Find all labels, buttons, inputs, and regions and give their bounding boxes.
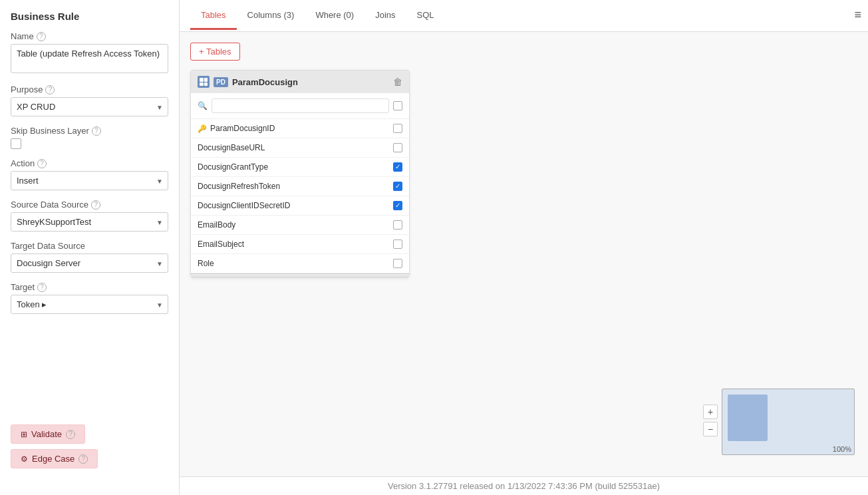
edge-case-help-icon[interactable]: ? — [78, 454, 88, 464]
card-body: 🔑ParamDocusignIDDocusignBaseURLDocusignG… — [191, 119, 409, 273]
target-select-wrapper: Token ▸ ▼ — [11, 295, 168, 314]
purpose-select-wrapper: XP CRUD ▼ — [11, 97, 168, 116]
table-field-row[interactable]: EmailSubject — [191, 235, 409, 254]
table-field-row[interactable]: 🔑ParamDocusignID — [191, 119, 409, 138]
edge-case-icon: ⚙ — [21, 454, 28, 464]
action-select-wrapper: Insert ▼ — [11, 171, 168, 190]
skip-business-layer-label: Skip Business Layer ? — [11, 126, 168, 136]
search-icon: 🔍 — [198, 101, 208, 110]
left-panel: Business Rule Name ? Table (update Refre… — [0, 0, 180, 495]
skip-business-layer-row — [11, 138, 168, 149]
zoom-in-button[interactable]: + — [703, 405, 718, 419]
action-help-icon[interactable]: ? — [37, 159, 47, 168]
panel-title: Business Rule — [11, 11, 168, 22]
tab-sql[interactable]: SQL — [406, 2, 445, 30]
source-data-source-wrapper: ShreyKSupportTest ▼ — [11, 212, 168, 232]
table-field-row[interactable]: DocusignRefreshToken — [191, 177, 409, 196]
name-label: Name ? — [11, 31, 168, 41]
content-area: + Tables PD ParamDocusign 🗑 — [180, 32, 868, 495]
source-help-icon[interactable]: ? — [91, 200, 100, 210]
field-checkbox[interactable] — [393, 124, 402, 133]
name-input[interactable]: Table (update Refresh Access Token) — [11, 44, 168, 73]
table-field-row[interactable]: EmailBody — [191, 216, 409, 235]
target-data-source-select[interactable]: Docusign Server — [11, 253, 168, 273]
version-text: Version 3.1.27791 released on 1/13/2022 … — [388, 481, 660, 491]
field-checkbox[interactable] — [393, 259, 402, 268]
field-name-label: DocusignRefreshToken — [198, 182, 280, 191]
field-name-label: DocusignClientIDSecretID — [198, 201, 290, 210]
select-all-checkbox[interactable] — [393, 101, 402, 110]
field-checkbox[interactable] — [393, 143, 402, 152]
table-icon — [198, 76, 210, 88]
field-checkbox[interactable] — [393, 162, 402, 172]
field-name-label: Role — [198, 259, 214, 268]
field-name-label: DocusignBaseURL — [198, 143, 265, 152]
table-card-name: ParamDocusign — [232, 77, 298, 87]
card-resize-handle[interactable] — [191, 273, 409, 277]
source-data-source-select[interactable]: ShreyKSupportTest — [11, 212, 168, 232]
minimap: 100% — [722, 389, 855, 455]
zoom-out-button[interactable]: − — [703, 422, 718, 436]
field-checkbox[interactable] — [393, 182, 402, 191]
table-card-header: PD ParamDocusign 🗑 — [191, 71, 409, 93]
table-field-row[interactable]: Role — [191, 254, 409, 273]
table-card: PD ParamDocusign 🗑 🔍 🔑ParamDocusignIDDoc… — [190, 70, 410, 278]
target-help-icon[interactable]: ? — [37, 283, 47, 292]
zoom-controls: + − — [703, 405, 718, 436]
field-name-label: EmailSubject — [198, 240, 244, 249]
target-data-source-wrapper: Docusign Server ▼ — [11, 253, 168, 273]
field-checkbox[interactable] — [393, 220, 402, 230]
target-data-source-label: Target Data Source — [11, 241, 168, 251]
minimap-viewport — [728, 395, 768, 441]
name-help-icon[interactable]: ? — [37, 32, 46, 41]
table-field-row[interactable]: DocusignBaseURL — [191, 138, 409, 158]
minimap-percent: 100% — [833, 445, 851, 453]
field-name-label: 🔑ParamDocusignID — [198, 124, 275, 133]
edge-case-button[interactable]: ⚙ Edge Case ? — [11, 449, 98, 468]
version-bar: Version 3.1.27791 released on 1/13/2022 … — [180, 476, 868, 495]
table-card-title: PD ParamDocusign — [198, 76, 298, 88]
validate-button[interactable]: ⊞ Validate ? — [11, 424, 85, 444]
skip-business-layer-checkbox[interactable] — [11, 138, 21, 149]
field-name-label: EmailBody — [198, 220, 235, 230]
table-field-row[interactable]: DocusignGrantType — [191, 158, 409, 177]
card-search-input[interactable] — [212, 98, 389, 113]
tab-where[interactable]: Where (0) — [305, 2, 364, 30]
table-field-row[interactable]: DocusignClientIDSecretID — [191, 196, 409, 216]
purpose-select[interactable]: XP CRUD — [11, 97, 168, 116]
validate-icon: ⊞ — [21, 430, 27, 439]
card-search: 🔍 — [191, 93, 409, 119]
tab-tables[interactable]: Tables — [190, 2, 237, 30]
validate-help-icon[interactable]: ? — [66, 430, 75, 439]
field-name-label: DocusignGrantType — [198, 162, 268, 172]
delete-table-icon[interactable]: 🗑 — [393, 77, 402, 87]
skip-help-icon[interactable]: ? — [92, 126, 101, 136]
pd-badge: PD — [214, 77, 228, 87]
add-tables-button[interactable]: + Tables — [190, 43, 240, 61]
target-label: Target ? — [11, 282, 168, 292]
action-label: Action ? — [11, 158, 168, 168]
action-select[interactable]: Insert — [11, 171, 168, 190]
tab-columns[interactable]: Columns (3) — [237, 2, 305, 30]
right-panel: ≡ Tables Columns (3) Where (0) Joins SQL… — [180, 0, 868, 495]
field-checkbox[interactable] — [393, 240, 402, 249]
field-checkbox[interactable] — [393, 201, 402, 210]
bottom-buttons: ⊞ Validate ? ⚙ Edge Case ? — [11, 424, 98, 468]
hamburger-icon[interactable]: ≡ — [854, 8, 861, 22]
target-select[interactable]: Token ▸ — [11, 295, 168, 314]
tab-joins[interactable]: Joins — [364, 2, 406, 30]
tabs-bar: Tables Columns (3) Where (0) Joins SQL — [180, 0, 868, 32]
purpose-label: Purpose ? — [11, 84, 168, 94]
key-icon: 🔑 — [198, 124, 207, 133]
purpose-help-icon[interactable]: ? — [45, 85, 55, 94]
source-data-source-label: Source Data Source ? — [11, 200, 168, 210]
